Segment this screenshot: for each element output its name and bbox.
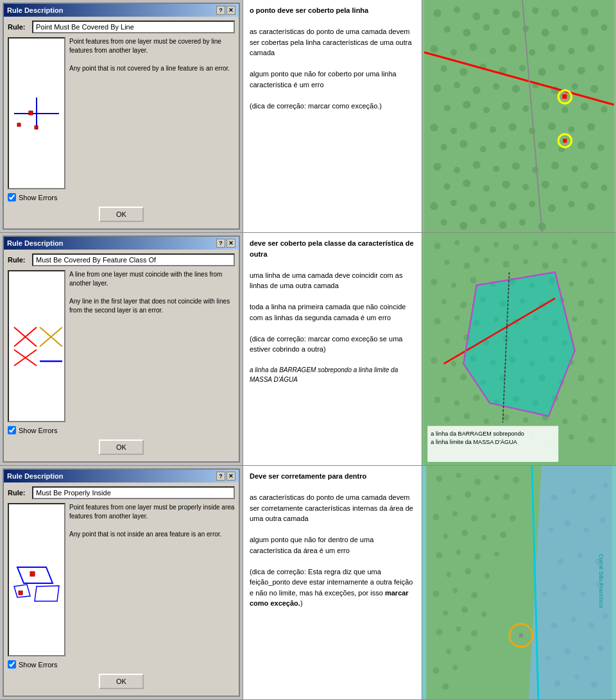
dialog-title-3: Rule Description xyxy=(7,472,63,480)
svg-point-255 xyxy=(500,532,506,538)
svg-point-63 xyxy=(490,126,496,133)
dialog-content-2: Rule: Must Be Covered By Feature Class O… xyxy=(4,250,239,461)
ok-button-2[interactable]: OK xyxy=(99,440,144,455)
show-errors-checkbox-3[interactable] xyxy=(8,660,16,669)
show-errors-checkbox-1[interactable] xyxy=(8,193,16,201)
svg-point-62 xyxy=(470,122,477,130)
svg-point-82 xyxy=(512,162,520,170)
svg-point-170 xyxy=(445,338,450,343)
svg-point-243 xyxy=(446,495,451,500)
svg-point-188 xyxy=(441,377,447,382)
svg-point-264 xyxy=(452,588,458,593)
svg-point-293 xyxy=(571,617,576,622)
rule-label-2: Rule: xyxy=(8,256,28,264)
rule-label-1: Rule: xyxy=(8,23,28,31)
svg-point-169 xyxy=(591,319,597,325)
description-panel-3: Deve ser corretamente para dentro as car… xyxy=(243,466,422,699)
svg-point-105 xyxy=(441,219,447,226)
svg-point-260 xyxy=(446,572,451,577)
svg-point-223 xyxy=(588,436,594,443)
svg-point-259 xyxy=(494,552,499,557)
close-button-2[interactable]: ✕ xyxy=(227,239,235,248)
description-panel-1: o ponto deve ser coberto pela linha as c… xyxy=(243,0,422,232)
svg-point-256 xyxy=(436,552,442,559)
help-button-1[interactable]: ? xyxy=(216,6,225,15)
svg-point-214 xyxy=(601,418,606,423)
ok-button-1[interactable]: OK xyxy=(99,207,144,222)
covered-by-feature-class-icon xyxy=(11,324,62,369)
svg-point-131 xyxy=(552,243,558,249)
svg-point-60 xyxy=(430,124,438,132)
desc-body-2b: toda a linha na primeira camada que não … xyxy=(250,302,415,323)
svg-point-283 xyxy=(584,527,589,533)
show-errors-label-3: Show Errors xyxy=(19,661,58,669)
map-panel-1 xyxy=(422,0,616,232)
map-panel-2: a linha da BARRAGEM sobrepondo a linha l… xyxy=(422,233,616,465)
svg-point-6 xyxy=(433,9,441,17)
svg-point-39 xyxy=(558,64,565,71)
svg-point-69 xyxy=(441,144,447,150)
desc-body-2c: (dica de correção: marcar como exceção s… xyxy=(250,334,415,355)
svg-point-133 xyxy=(591,243,597,249)
svg-point-58 xyxy=(581,103,588,110)
row-1: Rule Description ? ✕ Rule: Point Must Be… xyxy=(0,0,616,233)
svg-point-26 xyxy=(470,43,477,51)
svg-point-180 xyxy=(451,361,456,366)
svg-point-127 xyxy=(474,246,480,252)
ok-button-row-3: OK xyxy=(8,674,235,689)
dialog-content-1: Rule: Point Must Be Covered By Line xyxy=(4,17,239,228)
svg-point-12 xyxy=(551,9,559,17)
svg-point-299 xyxy=(597,645,604,651)
help-button-3[interactable]: ? xyxy=(216,472,225,481)
svg-marker-237 xyxy=(426,466,542,699)
svg-point-51 xyxy=(444,105,450,111)
title-buttons-3: ? ✕ xyxy=(216,472,235,481)
svg-point-102 xyxy=(548,204,556,212)
rule-dialog-2: Rule Description ? ✕ Rule: Must Be Cover… xyxy=(3,235,240,463)
svg-point-104 xyxy=(587,203,595,210)
svg-point-267 xyxy=(461,606,468,613)
svg-point-280 xyxy=(603,482,608,488)
svg-point-129 xyxy=(513,244,519,250)
main-container: Rule Description ? ✕ Rule: Point Must Be… xyxy=(0,0,616,700)
ok-button-3[interactable]: OK xyxy=(99,674,144,689)
svg-point-66 xyxy=(548,123,556,130)
svg-point-212 xyxy=(562,419,567,424)
svg-point-11 xyxy=(532,7,538,13)
svg-point-144 xyxy=(451,282,456,287)
close-button-1[interactable]: ✕ xyxy=(227,6,235,15)
close-button-3[interactable]: ✕ xyxy=(227,472,235,481)
map-svg-3: Corral São Francisco xyxy=(422,466,616,699)
dialog-title-1: Rule Description xyxy=(7,6,63,14)
svg-point-59 xyxy=(601,106,607,112)
show-errors-row-1: Show Errors xyxy=(8,193,235,201)
svg-point-279 xyxy=(590,495,596,501)
svg-point-189 xyxy=(460,373,466,380)
svg-point-257 xyxy=(456,550,461,555)
show-errors-checkbox-2[interactable] xyxy=(8,426,16,434)
map-svg-1 xyxy=(422,0,616,232)
svg-point-213 xyxy=(581,414,588,421)
svg-point-199 xyxy=(474,395,480,401)
svg-point-8 xyxy=(473,12,481,20)
svg-point-135 xyxy=(463,262,470,269)
svg-point-139 xyxy=(542,262,549,269)
title-buttons-1: ? ✕ xyxy=(216,6,235,15)
svg-point-179 xyxy=(431,357,437,364)
svg-point-44 xyxy=(473,87,481,94)
svg-point-46 xyxy=(512,85,520,93)
svg-point-301 xyxy=(574,674,579,679)
svg-point-273 xyxy=(465,645,471,651)
svg-point-247 xyxy=(432,514,439,520)
svg-point-205 xyxy=(591,396,597,402)
help-button-2[interactable]: ? xyxy=(216,239,225,248)
svg-point-292 xyxy=(551,622,558,629)
svg-point-80 xyxy=(473,161,481,169)
svg-point-297 xyxy=(564,648,570,654)
svg-point-67 xyxy=(568,126,574,133)
svg-point-10 xyxy=(512,10,520,18)
svg-point-277 xyxy=(551,495,558,501)
svg-point-281 xyxy=(549,527,554,533)
svg-point-138 xyxy=(523,259,528,264)
svg-point-207 xyxy=(463,413,470,419)
